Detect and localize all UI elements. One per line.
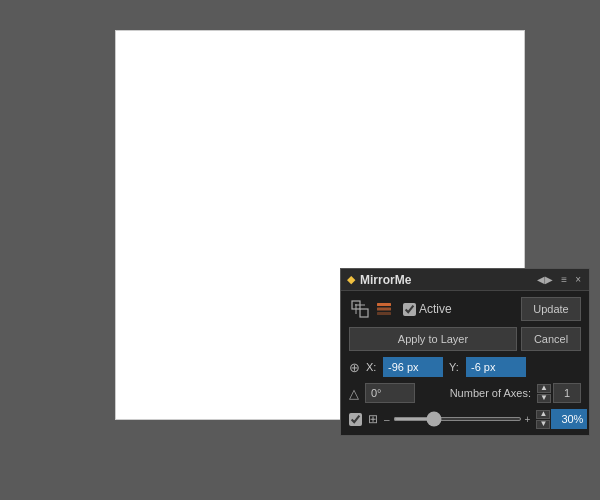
y-label: Y:: [449, 361, 463, 373]
panel-title-controls: ◀▶ ≡ ×: [535, 274, 583, 285]
svg-rect-6: [377, 312, 391, 315]
axes-spinner: ▲ ▼: [537, 383, 581, 403]
x-input[interactable]: [383, 357, 443, 377]
update-button[interactable]: Update: [521, 297, 581, 321]
slider-plus-icon: +: [525, 414, 531, 425]
y-input[interactable]: [466, 357, 526, 377]
row-xy: ⊕ X: Y:: [349, 357, 581, 377]
opacity-spinner: ▲ ▼: [536, 409, 587, 429]
x-label: X:: [366, 361, 380, 373]
opacity-increment-button[interactable]: ▲: [536, 410, 550, 419]
row-angle-axes: △ Number of Axes: ▲ ▼: [349, 383, 581, 403]
active-checkbox[interactable]: [403, 303, 416, 316]
axes-input[interactable]: [553, 383, 581, 403]
row-active-update: Active Update: [349, 297, 581, 321]
panel-titlebar: ◆ MirrorMe ◀▶ ≡ ×: [341, 269, 589, 291]
mirrorMe-panel: ◆ MirrorMe ◀▶ ≡ ×: [340, 268, 590, 436]
slider-minus-icon: –: [384, 414, 390, 425]
opacity-checkbox[interactable]: [349, 413, 362, 426]
opacity-slider[interactable]: [393, 417, 522, 421]
x-group: X:: [366, 357, 443, 377]
axes-spinner-buttons: ▲ ▼: [537, 384, 551, 403]
angle-icon: △: [349, 386, 359, 401]
row-apply-cancel: Apply to Layer Cancel: [349, 327, 581, 351]
number-of-axes-label: Number of Axes:: [421, 387, 531, 399]
svg-rect-1: [360, 309, 368, 317]
mirrorMe-icon: ◆: [347, 273, 355, 286]
opacity-icon: ⊞: [368, 412, 378, 426]
svg-rect-5: [377, 308, 391, 311]
opacity-checkbox-group: [349, 413, 362, 426]
layers-icon[interactable]: [373, 298, 395, 320]
axes-decrement-button[interactable]: ▼: [537, 394, 551, 403]
cancel-button[interactable]: Cancel: [521, 327, 581, 351]
panel-title-left: ◆ MirrorMe: [347, 273, 411, 287]
axes-increment-button[interactable]: ▲: [537, 384, 551, 393]
active-label: Active: [419, 302, 452, 316]
y-group: Y:: [449, 357, 526, 377]
transform-icon[interactable]: [349, 298, 371, 320]
panel-menu-button[interactable]: ≡: [559, 274, 569, 285]
panel-close-button[interactable]: ×: [573, 274, 583, 285]
crosshair-icon: ⊕: [349, 360, 360, 375]
svg-rect-4: [377, 303, 391, 306]
icon-group: [349, 298, 395, 320]
angle-input[interactable]: [365, 383, 415, 403]
opacity-slider-container: – +: [384, 414, 530, 425]
opacity-input[interactable]: [551, 409, 587, 429]
opacity-spinner-buttons: ▲ ▼: [536, 410, 550, 429]
panel-body: Active Update Apply to Layer Cancel ⊕ X:…: [341, 291, 589, 435]
panel-title: MirrorMe: [360, 273, 411, 287]
active-checkbox-group: Active: [403, 302, 517, 316]
opacity-decrement-button[interactable]: ▼: [536, 420, 550, 429]
panel-collapse-button[interactable]: ◀▶: [535, 274, 555, 285]
apply-to-layer-button[interactable]: Apply to Layer: [349, 327, 517, 351]
row-opacity: ⊞ – + ▲ ▼: [349, 409, 581, 429]
